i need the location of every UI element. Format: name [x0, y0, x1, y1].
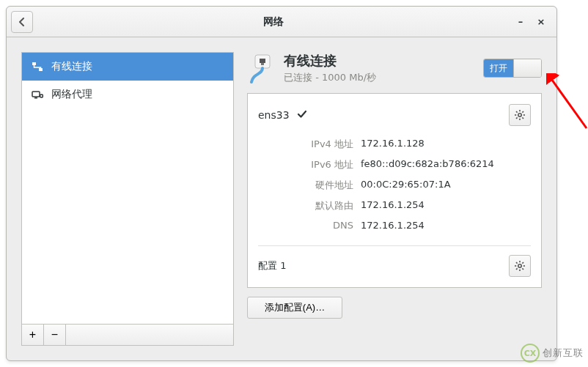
- sidebar: 有线连接 网络代理 + −: [21, 52, 234, 346]
- info-value-gateway: 172.16.1.254: [361, 199, 531, 212]
- panel-title: 有线连接: [284, 52, 477, 70]
- window-title: 网络: [33, 15, 514, 29]
- remove-connection-button[interactable]: −: [44, 325, 66, 345]
- info-value-dns: 172.16.1.254: [361, 220, 531, 231]
- window-controls: – ×: [514, 16, 552, 27]
- sidebar-item-proxy[interactable]: 网络代理: [22, 81, 233, 108]
- proxy-icon: [31, 90, 44, 99]
- connection-details: ens33 IPv4 地址 172.16.1.128 IPv6 地址 fe80:…: [247, 93, 542, 288]
- add-profile-row: 添加配置(A)…: [247, 297, 542, 319]
- add-profile-button[interactable]: 添加配置(A)…: [247, 297, 342, 319]
- sidebar-toolbar: + −: [21, 324, 234, 346]
- svg-line-14: [522, 117, 523, 119]
- profile-name: 配置 1: [258, 259, 286, 273]
- interface-settings-button[interactable]: [509, 104, 531, 126]
- svg-rect-6: [260, 59, 265, 63]
- sidebar-list: 有线连接 网络代理: [21, 52, 234, 324]
- check-icon: [297, 110, 307, 121]
- info-value-mac: 00:0C:29:65:07:1A: [361, 179, 531, 192]
- panel-header: 有线连接 已连接 - 1000 Mb/秒 打开: [247, 52, 542, 84]
- sidebar-item-label: 有线连接: [51, 60, 92, 73]
- wired-icon: [31, 62, 44, 72]
- info-label: 默认路由: [280, 199, 361, 212]
- info-label: DNS: [280, 220, 361, 231]
- svg-line-13: [516, 111, 518, 113]
- settings-window: 网络 – × 有线连接 网络代理: [6, 6, 557, 361]
- gear-icon: [514, 109, 526, 121]
- svg-line-22: [516, 262, 518, 264]
- connection-toggle[interactable]: 打开: [483, 59, 542, 78]
- add-connection-button[interactable]: +: [22, 325, 44, 345]
- profile-settings-button[interactable]: [509, 255, 531, 277]
- panel-header-text: 有线连接 已连接 - 1000 Mb/秒: [284, 52, 477, 84]
- profile-row: 配置 1: [258, 245, 531, 277]
- svg-rect-7: [261, 63, 264, 65]
- content-area: 有线连接 网络代理 + −: [7, 37, 556, 360]
- add-profile-label: 添加配置(A)…: [265, 301, 325, 314]
- titlebar: 网络 – ×: [7, 7, 556, 37]
- ethernet-icon: [247, 53, 278, 84]
- svg-line-23: [522, 268, 523, 270]
- switch-on-label: 打开: [484, 59, 513, 77]
- back-button[interactable]: [11, 11, 33, 33]
- svg-line-16: [522, 111, 523, 113]
- detail-panel: 有线连接 已连接 - 1000 Mb/秒 打开 ens33: [247, 52, 542, 346]
- svg-line-24: [516, 268, 518, 270]
- sidebar-item-wired[interactable]: 有线连接: [22, 53, 233, 81]
- panel-subtitle: 已连接 - 1000 Mb/秒: [284, 71, 477, 84]
- svg-line-25: [522, 262, 523, 264]
- close-button[interactable]: ×: [534, 16, 548, 27]
- info-label: IPv4 地址: [280, 138, 361, 151]
- info-label: IPv6 地址: [280, 158, 361, 171]
- info-value-ipv6: fe80::d09c:682a:b786:6214: [361, 158, 531, 171]
- info-value-ipv4: 172.16.1.128: [361, 138, 531, 151]
- interface-name: ens33: [258, 109, 290, 121]
- chevron-left-icon: [18, 18, 26, 26]
- sidebar-item-label: 网络代理: [51, 88, 92, 101]
- svg-rect-2: [32, 92, 40, 97]
- svg-rect-0: [32, 62, 36, 65]
- svg-rect-1: [39, 68, 43, 71]
- svg-point-4: [40, 94, 43, 97]
- svg-line-15: [516, 117, 518, 119]
- svg-rect-3: [34, 97, 37, 99]
- svg-point-17: [518, 264, 521, 267]
- interface-row: ens33: [258, 104, 531, 126]
- info-rows: IPv4 地址 172.16.1.128 IPv6 地址 fe80::d09c:…: [280, 138, 531, 231]
- svg-point-8: [518, 114, 521, 116]
- switch-knob: [513, 59, 541, 77]
- gear-icon: [514, 260, 526, 272]
- info-label: 硬件地址: [280, 179, 361, 192]
- minimize-button[interactable]: –: [514, 16, 527, 27]
